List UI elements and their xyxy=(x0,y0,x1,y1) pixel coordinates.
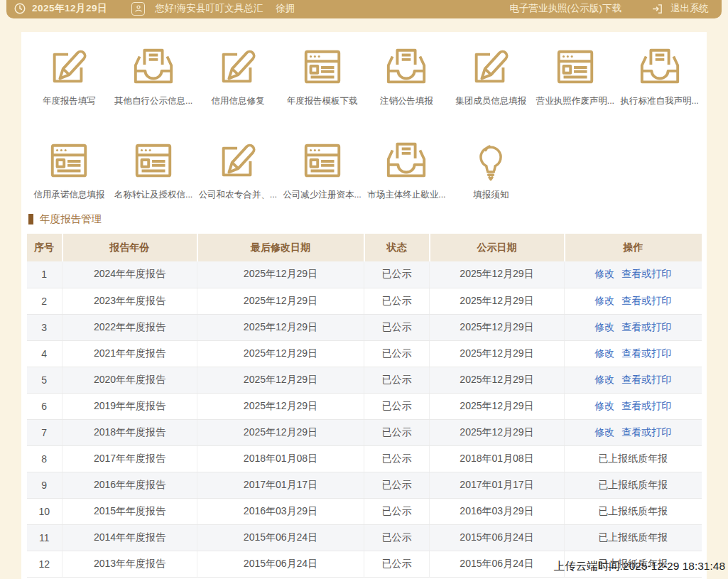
modify-link[interactable]: 修改 xyxy=(594,400,614,411)
shortcut-item[interactable]: 名称转让及授权信... xyxy=(112,139,196,201)
cell-modified: 2015年06月24日 xyxy=(197,551,364,577)
cell-modified: 2025年12月29日 xyxy=(197,419,364,445)
cell-status: 已公示 xyxy=(364,551,430,577)
shortcut-item[interactable]: 公司和农专合并、... xyxy=(196,139,281,201)
cell-no: 3 xyxy=(27,314,63,340)
license-download-link[interactable]: 电子营业执照(公示版)下载 xyxy=(510,2,622,15)
shortcut-item[interactable]: 营业执照作废声明... xyxy=(533,45,618,107)
cell-status: 已公示 xyxy=(364,261,430,288)
cell-status: 已公示 xyxy=(364,314,430,340)
column-header: 操作 xyxy=(565,234,702,261)
cell-modified: 2025年12月29日 xyxy=(197,367,364,393)
view-or-print-link[interactable]: 查看或打印 xyxy=(621,400,671,411)
shortcut-item[interactable]: 年度报告模板下载 xyxy=(280,45,364,107)
inbox-icon xyxy=(384,45,428,89)
cell-published: 2025年12月29日 xyxy=(430,393,565,419)
modify-link[interactable]: 修改 xyxy=(594,321,614,332)
cell-modified: 2025年12月29日 xyxy=(197,288,364,314)
content-panel: 年度报告填写其他自行公示信息...信用信息修复年度报告模板下载注销公告填报集团成… xyxy=(21,32,707,579)
cell-published: 2025年12月29日 xyxy=(430,419,565,445)
cell-year: 2013年年度报告 xyxy=(63,551,197,577)
cell-status: 已公示 xyxy=(364,498,430,524)
shortcut-item[interactable]: 执行标准自我声明... xyxy=(617,45,702,107)
shortcut-item[interactable]: 信用信息修复 xyxy=(196,45,281,107)
cell-operation: 已上报纸质年报 xyxy=(565,524,702,551)
table-header-row: 序号报告年份最后修改日期状态公示日期操作 xyxy=(27,234,702,261)
cell-operation: 修改查看或打印 xyxy=(565,314,702,340)
view-or-print-link[interactable]: 查看或打印 xyxy=(621,426,671,438)
modify-link[interactable]: 修改 xyxy=(594,426,614,438)
table-row: 22023年年度报告2025年12月29日已公示2025年12月29日修改查看或… xyxy=(27,288,702,314)
shortcut-label: 执行标准自我声明... xyxy=(620,95,698,107)
cell-modified: 2025年12月29日 xyxy=(197,314,364,340)
shortcut-label: 注销公告填报 xyxy=(380,95,433,107)
section-marker-icon xyxy=(28,214,33,224)
modify-link[interactable]: 修改 xyxy=(594,295,614,306)
shortcut-label: 年度报告填写 xyxy=(43,95,96,107)
cell-published: 2025年12月29日 xyxy=(430,288,565,314)
cell-year: 2015年年度报告 xyxy=(63,498,197,524)
upload-time-overlay: 上传云端时间:2025-12-29 18:31:48 xyxy=(554,559,725,574)
table-row: 72018年年度报告2025年12月29日已公示2025年12月29日修改查看或… xyxy=(27,419,702,445)
topbar: 2025年12月29日 您好!海安县叮叮文具总汇 徐拥 电子营业执照(公示版)下… xyxy=(6,0,722,18)
user-name: 徐拥 xyxy=(276,2,295,15)
modify-link[interactable]: 修改 xyxy=(594,374,614,385)
cell-year: 2019年年度报告 xyxy=(63,393,197,419)
modify-link[interactable]: 修改 xyxy=(594,268,614,279)
inbox-icon xyxy=(384,139,428,183)
cell-status: 已公示 xyxy=(364,472,430,498)
shortcut-item[interactable]: 市场主体终止歇业... xyxy=(364,139,449,201)
logout-icon[interactable] xyxy=(651,3,663,15)
table-row: 62019年年度报告2025年12月29日已公示2025年12月29日修改查看或… xyxy=(27,393,702,419)
cell-year: 2023年年度报告 xyxy=(63,288,197,314)
shortcut-item[interactable]: 填报须知 xyxy=(449,139,533,201)
cell-no: 8 xyxy=(27,445,63,472)
cell-no: 1 xyxy=(27,261,63,288)
shortcut-item[interactable]: 注销公告填报 xyxy=(364,45,449,107)
cell-status: 已公示 xyxy=(364,445,430,472)
section-title: 年度报告管理 xyxy=(40,212,102,226)
cell-modified: 2018年01月08日 xyxy=(197,445,364,472)
shortcut-item[interactable]: 其他自行公示信息... xyxy=(112,45,196,107)
table-row: 42021年年度报告2025年12月29日已公示2025年12月29日修改查看或… xyxy=(27,340,702,367)
view-or-print-link[interactable]: 查看或打印 xyxy=(621,347,671,359)
modify-link[interactable]: 修改 xyxy=(594,347,614,359)
view-or-print-link[interactable]: 查看或打印 xyxy=(621,268,671,279)
cell-status: 已公示 xyxy=(364,419,430,445)
paper-report-label: 已上报纸质年报 xyxy=(598,453,668,464)
cell-published: 2025年12月29日 xyxy=(430,340,565,367)
cell-modified: 2015年06月24日 xyxy=(197,524,364,551)
cell-published: 2025年12月29日 xyxy=(430,314,565,340)
cell-published: 2018年01月08日 xyxy=(430,445,565,472)
shortcut-item[interactable]: 信用承诺信息填报 xyxy=(27,139,112,201)
cell-operation: 修改查看或打印 xyxy=(565,419,702,445)
view-or-print-link[interactable]: 查看或打印 xyxy=(621,374,671,385)
cell-year: 2017年年度报告 xyxy=(63,445,197,472)
shortcut-label: 公司和农专合并、... xyxy=(199,189,277,201)
clock-icon xyxy=(13,2,26,15)
greeting-text: 您好!海安县叮叮文具总汇 xyxy=(155,2,263,15)
cell-operation: 修改查看或打印 xyxy=(565,393,702,419)
view-or-print-link[interactable]: 查看或打印 xyxy=(621,295,671,306)
cell-operation: 已上报纸质年报 xyxy=(565,472,702,498)
shortcut-item[interactable]: 集团成员信息填报 xyxy=(449,45,533,107)
cell-published: 2015年06月24日 xyxy=(430,551,565,577)
table-row: 92016年年度报告2017年01月17日已公示2017年01月17日已上报纸质… xyxy=(27,472,702,498)
view-or-print-link[interactable]: 查看或打印 xyxy=(621,321,671,332)
logout-link[interactable]: 退出系统 xyxy=(670,2,709,15)
edit-icon xyxy=(469,45,513,89)
cell-year: 2014年年度报告 xyxy=(63,524,197,551)
cell-year: 2016年年度报告 xyxy=(63,472,197,498)
shortcut-item[interactable]: 年度报告填写 xyxy=(27,45,112,107)
column-header: 公示日期 xyxy=(430,234,565,261)
inbox-icon xyxy=(131,45,175,89)
shortcut-label: 年度报告模板下载 xyxy=(287,95,358,107)
edit-icon xyxy=(216,139,260,183)
cell-published: 2017年01月17日 xyxy=(430,472,565,498)
cell-status: 已公示 xyxy=(364,340,430,367)
column-header: 报告年份 xyxy=(63,234,197,261)
column-header: 最后修改日期 xyxy=(197,234,364,261)
cell-modified: 2017年01月17日 xyxy=(197,472,364,498)
shortcut-item[interactable]: 公司减少注册资本... xyxy=(280,139,364,201)
shortcut-label: 信用信息修复 xyxy=(211,95,264,107)
